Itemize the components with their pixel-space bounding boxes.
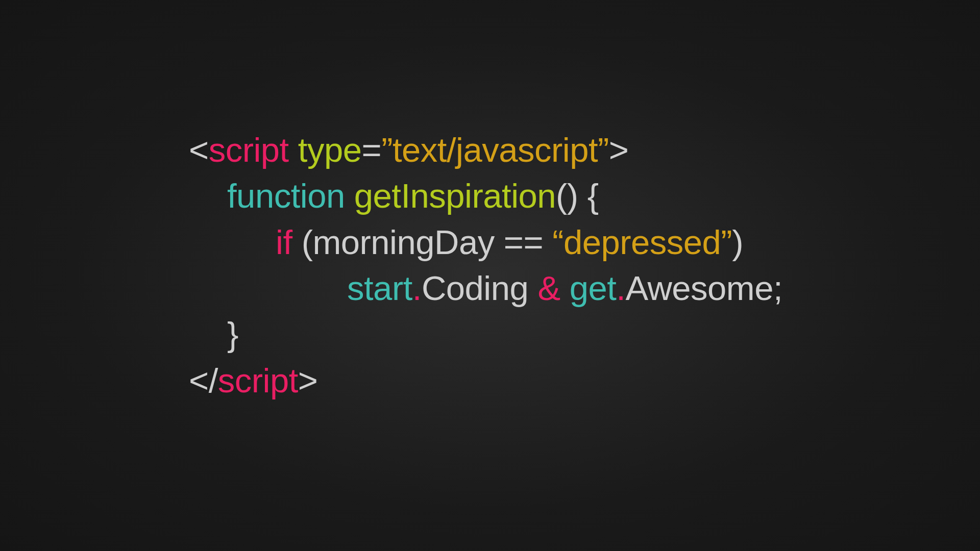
attribute-name: type — [298, 131, 362, 169]
function-name: getInspiration — [354, 177, 556, 215]
code-line-3: if (morningDay == “depressed”) — [189, 219, 782, 265]
equals: = — [361, 131, 381, 169]
parens: () — [556, 177, 578, 215]
space — [345, 177, 354, 215]
property-awesome: Awesome — [625, 269, 773, 307]
variable: morningDay — [312, 223, 494, 261]
space — [578, 177, 587, 215]
brace-open: { — [587, 177, 599, 215]
object-start: start — [347, 269, 412, 307]
angle-bracket-close: > — [298, 361, 318, 399]
space — [543, 223, 552, 261]
string-literal: “depressed” — [552, 223, 732, 261]
angle-bracket-open: < — [189, 131, 209, 169]
code-line-4: start.Coding & get.Awesome; — [189, 265, 782, 311]
paren-open: ( — [302, 223, 313, 261]
code-line-1: <script type=”text/javascript”> — [189, 127, 782, 173]
object-get: get — [570, 269, 617, 307]
angle-bracket-close: > — [609, 131, 629, 169]
paren-close: ) — [732, 223, 743, 261]
tag-name: script — [209, 131, 289, 169]
code-line-6: </script> — [189, 358, 782, 404]
attribute-value: ”text/javascript” — [381, 131, 609, 169]
tag-name: script — [218, 361, 298, 399]
keyword-if: if — [276, 223, 292, 261]
code-line-5: } — [189, 311, 782, 357]
space — [560, 269, 570, 307]
property-coding: Coding — [422, 269, 528, 307]
space — [495, 223, 504, 261]
angle-bracket-open-close: </ — [189, 361, 218, 399]
space — [289, 131, 298, 169]
dot: . — [616, 269, 625, 307]
semicolon: ; — [773, 269, 782, 307]
code-snippet: <script type=”text/javascript”> function… — [189, 127, 782, 404]
keyword-function: function — [227, 177, 345, 215]
dot: . — [412, 269, 422, 307]
space — [292, 223, 302, 261]
code-line-2: function getInspiration() { — [189, 173, 782, 219]
ampersand: & — [537, 269, 560, 307]
space — [528, 269, 537, 307]
brace-close: } — [227, 315, 238, 353]
operator-eq: == — [504, 223, 543, 261]
